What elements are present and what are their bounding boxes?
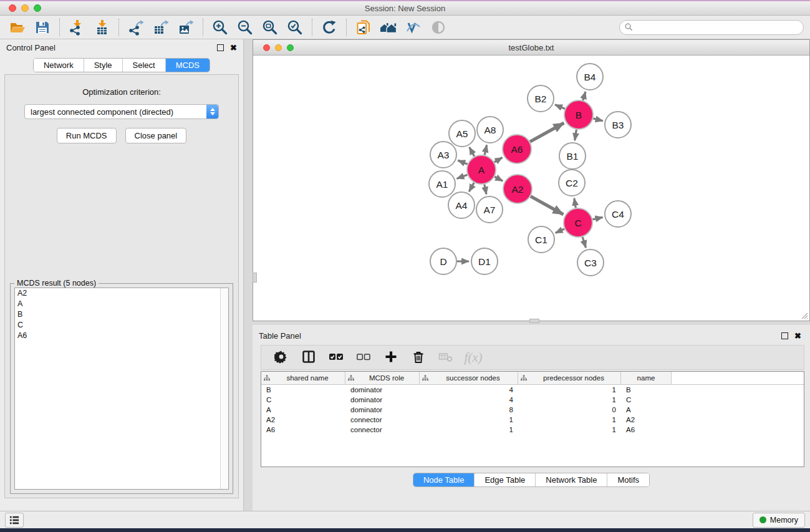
- edge-B-B2[interactable]: [555, 105, 565, 109]
- apply-preferred-layout-button[interactable]: [317, 17, 342, 37]
- float-table-panel-icon[interactable]: [781, 332, 788, 339]
- edge-A-A1[interactable]: [456, 175, 467, 178]
- unselect-all-button[interactable]: [350, 347, 377, 368]
- cell-predecessor-nodes[interactable]: 1: [518, 416, 621, 423]
- export-table-button[interactable]: [148, 17, 173, 37]
- column-header-predecessor-nodes[interactable]: predecessor nodes: [518, 372, 621, 384]
- cell-shared-name[interactable]: A: [261, 406, 345, 414]
- result-item-a6[interactable]: A6: [15, 331, 228, 341]
- cell-successor-nodes[interactable]: 4: [420, 386, 518, 394]
- search-box[interactable]: [619, 20, 804, 35]
- column-header-mcds-role[interactable]: MCDS role: [345, 372, 420, 384]
- memory-button[interactable]: Memory: [753, 513, 805, 528]
- column-header-successor-nodes[interactable]: successor nodes: [420, 372, 518, 384]
- edge-A6-B[interactable]: [530, 123, 564, 142]
- new-network-from-selection-button[interactable]: [351, 17, 376, 37]
- tab-motifs[interactable]: Motifs: [607, 473, 649, 486]
- export-network-button[interactable]: [123, 17, 148, 37]
- toggle-highlight-button[interactable]: [426, 17, 451, 37]
- vertical-splitter-handle[interactable]: [253, 273, 257, 283]
- open-session-button[interactable]: [5, 17, 30, 37]
- result-item-c[interactable]: C: [15, 320, 228, 331]
- cell-successor-nodes[interactable]: 8: [420, 406, 518, 414]
- table-row[interactable]: A2connector11A2: [261, 415, 804, 425]
- horizontal-splitter-handle[interactable]: [529, 319, 539, 323]
- tab-node-table[interactable]: Node Table: [413, 473, 475, 486]
- edge-A-A3[interactable]: [458, 160, 467, 164]
- cell-mcds-role[interactable]: connector: [345, 426, 420, 433]
- network-canvas[interactable]: B4B2BB3A8A5A6A3B1AA1C2A2A4A7C4CC1C3DD1: [253, 56, 809, 321]
- close-table-panel-icon[interactable]: ✖: [794, 332, 801, 340]
- cell-name[interactable]: A2: [621, 416, 672, 423]
- cell-predecessor-nodes[interactable]: 0: [518, 406, 621, 414]
- search-input[interactable]: [637, 23, 798, 32]
- delete-selected-rows-button[interactable]: [405, 347, 432, 368]
- criterion-dropdown[interactable]: largest connected component (directed): [24, 104, 219, 119]
- table-row[interactable]: Cdominator41C: [261, 395, 804, 405]
- close-window-button[interactable]: [9, 4, 16, 12]
- result-item-b[interactable]: B: [15, 309, 228, 320]
- cell-successor-nodes[interactable]: 1: [420, 426, 518, 433]
- tab-edge-table[interactable]: Edge Table: [475, 473, 536, 486]
- cell-mcds-role[interactable]: dominator: [345, 396, 420, 404]
- zoom-window-button[interactable]: [34, 4, 41, 12]
- edge-A-A2[interactable]: [494, 177, 503, 181]
- zoom-selected-region-button[interactable]: [282, 17, 307, 37]
- edge-A2-C[interactable]: [531, 196, 563, 215]
- edge-A-A5[interactable]: [470, 147, 475, 157]
- cell-name[interactable]: A: [621, 406, 672, 414]
- tab-style[interactable]: Style: [84, 59, 123, 72]
- edge-B-B4[interactable]: [583, 92, 586, 100]
- tab-network[interactable]: Network: [34, 59, 84, 72]
- column-header-shared-name[interactable]: shared name: [261, 372, 345, 384]
- cell-predecessor-nodes[interactable]: 1: [518, 386, 621, 394]
- zoom-in-button[interactable]: [208, 17, 233, 37]
- network-minimize-button[interactable]: [275, 44, 282, 51]
- tab-network-table[interactable]: Network Table: [536, 473, 607, 486]
- show-columns-button[interactable]: [295, 347, 322, 368]
- show-network-overview-button[interactable]: [376, 17, 401, 37]
- minimize-window-button[interactable]: [21, 4, 29, 12]
- edge-C-C1[interactable]: [556, 229, 564, 233]
- select-all-button[interactable]: [322, 347, 350, 368]
- run-mcds-button[interactable]: Run MCDS: [57, 128, 117, 143]
- network-zoom-button[interactable]: [287, 44, 294, 51]
- import-network-from-file-button[interactable]: [64, 17, 89, 37]
- table-row[interactable]: Bdominator41B: [261, 385, 804, 395]
- table-row[interactable]: Adominator80A: [261, 405, 804, 415]
- cell-predecessor-nodes[interactable]: 1: [518, 396, 621, 404]
- close-panel-button[interactable]: Close panel: [125, 128, 187, 143]
- edge-B-B3[interactable]: [593, 118, 603, 121]
- cell-name[interactable]: B: [621, 386, 672, 394]
- cell-mcds-role[interactable]: dominator: [345, 386, 420, 394]
- save-session-button[interactable]: [30, 17, 55, 37]
- cell-shared-name[interactable]: A2: [261, 416, 345, 423]
- edge-A-A6[interactable]: [494, 158, 503, 162]
- add-row-button[interactable]: [377, 347, 405, 368]
- cell-name[interactable]: C: [621, 396, 672, 404]
- edge-C-C2[interactable]: [574, 198, 576, 208]
- cell-name[interactable]: A6: [621, 426, 672, 433]
- result-item-a2[interactable]: A2: [15, 288, 228, 299]
- resize-grip-icon[interactable]: [799, 311, 808, 319]
- result-scrollbar[interactable]: [220, 288, 228, 489]
- zoom-fit-content-button[interactable]: [258, 17, 282, 37]
- import-table-from-file-button[interactable]: [89, 17, 114, 37]
- cell-mcds-role[interactable]: dominator: [345, 406, 420, 414]
- mcds-result-list[interactable]: A2ABCA6: [14, 288, 229, 490]
- float-panel-icon[interactable]: [217, 44, 224, 51]
- edge-A-A4[interactable]: [469, 183, 474, 191]
- edge-A-A7[interactable]: [485, 185, 486, 195]
- close-panel-icon[interactable]: ✖: [230, 44, 237, 52]
- cell-shared-name[interactable]: A6: [261, 426, 345, 433]
- cell-shared-name[interactable]: C: [261, 396, 345, 404]
- cell-shared-name[interactable]: B: [261, 386, 345, 394]
- edge-C-C3[interactable]: [582, 237, 586, 248]
- cell-successor-nodes[interactable]: 1: [420, 416, 518, 423]
- network-close-button[interactable]: [263, 44, 270, 51]
- column-header-name[interactable]: name: [621, 372, 672, 384]
- tab-mcds[interactable]: MCDS: [166, 59, 210, 72]
- edge-A-A8[interactable]: [485, 145, 487, 155]
- task-history-button[interactable]: [5, 513, 24, 528]
- tab-select[interactable]: Select: [123, 59, 166, 72]
